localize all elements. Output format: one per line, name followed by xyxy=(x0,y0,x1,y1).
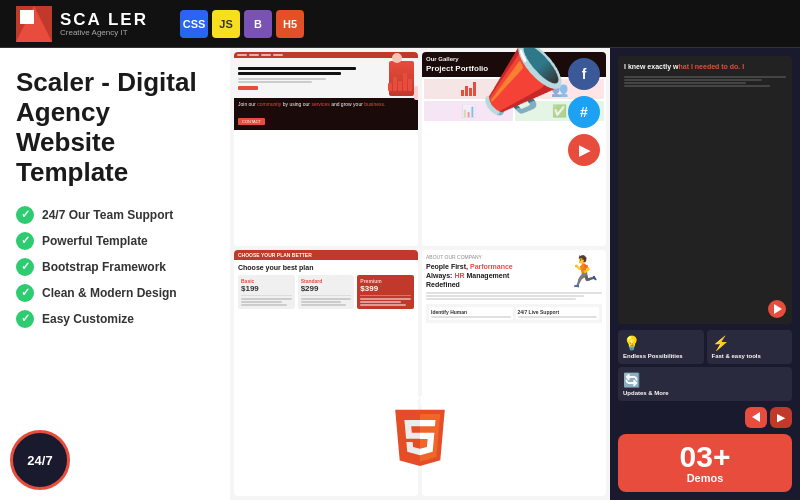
community-link: community xyxy=(257,101,281,107)
feature-item: ✓ Clean & Modern Design xyxy=(16,284,214,302)
step-title: Identify Human xyxy=(431,309,511,315)
plan-price: $199 xyxy=(241,284,292,293)
hr-title: People First, Parformance Always: HR Man… xyxy=(426,262,532,289)
logo-area: SCA LER Creative Agency IT xyxy=(16,6,148,42)
check-icon: ✓ xyxy=(16,284,34,302)
pricing-label: CHOOSE YOUR PLAN BETTER xyxy=(238,252,414,258)
feature-card: 💡 Endless Possibilities xyxy=(618,330,704,364)
tech-badges: CSS JS B H5 xyxy=(180,10,304,38)
preview-dark-section: Join our community by using our services… xyxy=(234,98,418,130)
plan-price: $399 xyxy=(360,284,411,293)
center-panel: f # ▶ 📣 xyxy=(230,48,610,500)
logo-text-block: SCA LER Creative Agency IT xyxy=(60,11,148,37)
feature-card: 🔄 Updates & More xyxy=(618,367,792,401)
plan-features xyxy=(360,298,411,306)
chart-bar xyxy=(398,81,402,91)
nav-item xyxy=(237,54,247,56)
divider xyxy=(241,295,292,296)
check-icon: ✓ xyxy=(16,206,34,224)
plan-price: $299 xyxy=(301,284,352,293)
feature-title: Fast & easy tools xyxy=(712,353,788,359)
header: SCA LER Creative Agency IT CSS JS B H5 xyxy=(0,0,800,48)
feature-line xyxy=(241,298,292,300)
feature-label: Bootstrap Framework xyxy=(42,260,166,274)
demos-badge: 03+ Demos xyxy=(618,434,792,492)
logo-icon xyxy=(16,6,52,42)
basic-plan: Basic $199 xyxy=(238,275,295,309)
main-container: SCA LER Creative Agency IT CSS JS B H5 ⚙… xyxy=(0,0,800,500)
hr-text-lines xyxy=(426,292,602,300)
nav-item xyxy=(249,54,259,56)
chart-preview xyxy=(388,67,412,91)
html5-logo xyxy=(385,396,455,470)
chart-bar xyxy=(393,77,397,91)
feature-list: ✓ 24/7 Our Team Support ✓ Powerful Templ… xyxy=(16,206,214,328)
social-icons: f # ▶ xyxy=(568,58,600,166)
play-button[interactable] xyxy=(768,300,786,318)
feature-line xyxy=(360,304,406,306)
feature-label: Easy Customize xyxy=(42,312,134,326)
preview-subtext xyxy=(238,78,326,80)
plan-features xyxy=(241,298,292,306)
bootstrap-badge: B xyxy=(244,10,272,38)
knew-line xyxy=(624,82,746,84)
nav-item xyxy=(273,54,283,56)
figure-head xyxy=(392,53,402,63)
feature-icon: ⚡ xyxy=(712,335,788,351)
gear-decoration: ⚙ xyxy=(120,98,192,191)
preview-subtext xyxy=(238,81,312,83)
feature-card: ⚡ Fast & easy tools xyxy=(707,330,793,364)
preview-cta-btn xyxy=(238,86,258,90)
clock-label: 24/7 xyxy=(27,453,52,468)
facebook-icon: f xyxy=(568,58,600,90)
youtube-icon: ▶ xyxy=(568,134,600,166)
business-link: business. xyxy=(364,101,385,107)
preview-headline xyxy=(238,67,356,70)
chart-bar xyxy=(388,83,392,91)
chart-bar xyxy=(408,79,412,91)
plan-features xyxy=(301,298,352,306)
right-panel: I knew exactly what I needed to do. I xyxy=(610,48,800,500)
standard-plan: Standard $299 xyxy=(298,275,355,309)
chart-bar xyxy=(469,88,472,96)
pricing-content: Choose your best plan Basic $199 xyxy=(234,260,418,313)
feature-line xyxy=(241,304,287,306)
pricing-header: CHOOSE YOUR PLAN BETTER xyxy=(234,250,418,260)
preview-text-block xyxy=(238,67,385,90)
knew-lines xyxy=(624,76,786,87)
svg-rect-2 xyxy=(22,12,32,22)
features-grid: 💡 Endless Possibilities ⚡ Fast & easy to… xyxy=(618,330,792,401)
figure-arm xyxy=(414,86,418,94)
chart-bar xyxy=(465,86,468,96)
chat-icon-2: ▶ xyxy=(777,412,785,423)
text-line xyxy=(426,295,584,297)
play-triangle xyxy=(774,304,782,314)
feature-label: Powerful Template xyxy=(42,234,148,248)
feature-line xyxy=(301,304,347,306)
feature-line xyxy=(301,301,342,303)
hr-step: Identify Human xyxy=(429,307,513,320)
feature-item: ✓ Powerful Template xyxy=(16,232,214,250)
premium-plan: Premium $399 xyxy=(357,275,414,309)
hr-accent: HR xyxy=(454,272,464,279)
feature-title: Updates & More xyxy=(623,390,787,396)
step-line xyxy=(518,316,598,318)
knew-section: I knew exactly what I needed to do. I xyxy=(618,56,792,324)
check-icon: ✓ xyxy=(16,258,34,276)
feature-item: ✓ Easy Customize xyxy=(16,310,214,328)
chart-bar xyxy=(461,90,464,96)
svg-marker-1 xyxy=(20,10,48,34)
chat-icon xyxy=(752,412,760,422)
feature-item: ✓ Bootstrap Framework xyxy=(16,258,214,276)
check-icon: ✓ xyxy=(16,232,34,250)
gallery-icon: 📊 xyxy=(461,104,476,118)
step-title: 24/7 Live Support xyxy=(518,309,598,315)
logo-title: SCA LER xyxy=(60,11,148,28)
hr-accent: Parformance xyxy=(470,263,513,270)
preview-card-hero: Join our community by using our services… xyxy=(234,52,418,246)
feature-title: Endless Possibilities xyxy=(623,353,699,359)
pricing-title: Choose your best plan xyxy=(238,264,414,271)
arm xyxy=(414,86,418,100)
preview-headline xyxy=(238,72,341,75)
check-icon: ✓ xyxy=(16,310,34,328)
